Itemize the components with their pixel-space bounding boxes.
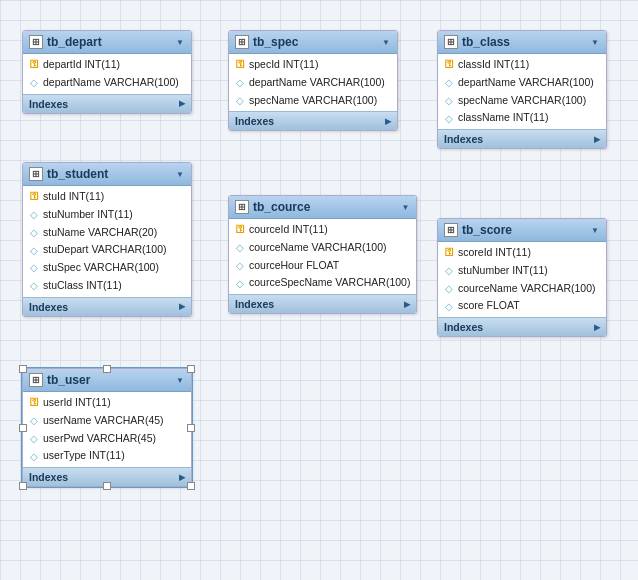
indexes-label: Indexes <box>235 298 274 310</box>
table-header-tb_cource[interactable]: ⊞tb_cource▼ <box>229 196 416 219</box>
field-row: ◇stuNumber INT(11) <box>438 262 606 280</box>
dropdown-icon[interactable]: ▼ <box>175 37 185 47</box>
resize-handle[interactable] <box>187 365 195 373</box>
resize-handle[interactable] <box>19 424 27 432</box>
field-name: courceHour FLOAT <box>249 258 339 274</box>
field-name: stuName VARCHAR(20) <box>43 225 157 241</box>
indexes-dropdown-icon[interactable]: ▶ <box>404 300 410 309</box>
diamond-symbol: ◇ <box>30 278 38 293</box>
diamond-icon: ◇ <box>235 243 245 253</box>
field-row: ◇specName VARCHAR(100) <box>229 92 397 110</box>
diamond-symbol: ◇ <box>30 431 38 446</box>
field-name: specName VARCHAR(100) <box>249 93 377 109</box>
table-icon: ⊞ <box>29 373 43 387</box>
indexes-label: Indexes <box>29 471 68 483</box>
table-header-tb_spec[interactable]: ⊞tb_spec▼ <box>229 31 397 54</box>
table-tb_score: ⊞tb_score▼⚿scoreId INT(11)◇stuNumber INT… <box>437 218 607 337</box>
resize-handle[interactable] <box>103 482 111 490</box>
table-indexes[interactable]: Indexes▶ <box>438 129 606 148</box>
dropdown-icon[interactable]: ▼ <box>590 37 600 47</box>
indexes-dropdown-icon[interactable]: ▶ <box>594 135 600 144</box>
dropdown-icon[interactable]: ▼ <box>175 169 185 179</box>
field-row: ⚿stuId INT(11) <box>23 188 191 206</box>
key-icon: ⚿ <box>444 248 454 258</box>
diamond-icon: ◇ <box>29 416 39 426</box>
diamond-icon: ◇ <box>29 451 39 461</box>
field-name: score FLOAT <box>458 298 520 314</box>
table-icon: ⊞ <box>29 35 43 49</box>
resize-handle[interactable] <box>19 365 27 373</box>
dropdown-icon[interactable]: ▼ <box>590 225 600 235</box>
resize-handle[interactable] <box>187 424 195 432</box>
table-indexes[interactable]: Indexes▶ <box>438 317 606 336</box>
table-indexes[interactable]: Indexes▶ <box>23 297 191 316</box>
diamond-symbol: ◇ <box>236 75 244 90</box>
diamond-symbol: ◇ <box>30 225 38 240</box>
resize-handle[interactable] <box>103 365 111 373</box>
field-row: ◇userPwd VARCHAR(45) <box>23 430 191 448</box>
table-tb_spec: ⊞tb_spec▼⚿specId INT(11)◇departName VARC… <box>228 30 398 131</box>
indexes-dropdown-icon[interactable]: ▶ <box>385 117 391 126</box>
key-icon: ⚿ <box>29 192 39 202</box>
table-title: tb_user <box>47 373 171 387</box>
diamond-symbol: ◇ <box>30 207 38 222</box>
field-name: stuDepart VARCHAR(100) <box>43 242 167 258</box>
resize-handle[interactable] <box>19 482 27 490</box>
field-row: ⚿scoreId INT(11) <box>438 244 606 262</box>
table-fields: ⚿stuId INT(11)◇stuNumber INT(11)◇stuName… <box>23 186 191 297</box>
indexes-dropdown-icon[interactable]: ▶ <box>179 302 185 311</box>
dropdown-icon[interactable]: ▼ <box>175 375 185 385</box>
diamond-icon: ◇ <box>444 78 454 88</box>
table-title: tb_depart <box>47 35 171 49</box>
diamond-symbol: ◇ <box>445 263 453 278</box>
table-header-tb_score[interactable]: ⊞tb_score▼ <box>438 219 606 242</box>
dropdown-icon[interactable]: ▼ <box>381 37 391 47</box>
table-fields: ⚿scoreId INT(11)◇stuNumber INT(11)◇courc… <box>438 242 606 317</box>
table-title: tb_spec <box>253 35 377 49</box>
diamond-symbol: ◇ <box>236 276 244 291</box>
indexes-dropdown-icon[interactable]: ▶ <box>179 473 185 482</box>
diamond-symbol: ◇ <box>445 75 453 90</box>
indexes-dropdown-icon[interactable]: ▶ <box>594 323 600 332</box>
field-name: stuSpec VARCHAR(100) <box>43 260 159 276</box>
table-icon: ⊞ <box>444 35 458 49</box>
resize-handle[interactable] <box>187 482 195 490</box>
field-name: userPwd VARCHAR(45) <box>43 431 156 447</box>
field-row: ◇specName VARCHAR(100) <box>438 92 606 110</box>
field-row: ⚿userId INT(11) <box>23 394 191 412</box>
table-title: tb_student <box>47 167 171 181</box>
table-icon: ⊞ <box>29 167 43 181</box>
key-icon: ⚿ <box>444 60 454 70</box>
field-name: stuClass INT(11) <box>43 278 122 294</box>
table-fields: ⚿departId INT(11)◇departName VARCHAR(100… <box>23 54 191 94</box>
field-name: courceId INT(11) <box>249 222 328 238</box>
field-row: ◇className INT(11) <box>438 109 606 127</box>
field-name: specId INT(11) <box>249 57 318 73</box>
diamond-symbol: ◇ <box>30 75 38 90</box>
key-symbol: ⚿ <box>30 396 39 410</box>
field-row: ◇courceName VARCHAR(100) <box>229 239 416 257</box>
field-name: classId INT(11) <box>458 57 529 73</box>
table-fields: ⚿specId INT(11)◇departName VARCHAR(100)◇… <box>229 54 397 111</box>
key-symbol: ⚿ <box>445 58 454 72</box>
dropdown-icon[interactable]: ▼ <box>400 202 410 212</box>
diamond-icon: ◇ <box>29 245 39 255</box>
field-name: departId INT(11) <box>43 57 120 73</box>
field-name: departName VARCHAR(100) <box>249 75 385 91</box>
table-header-tb_depart[interactable]: ⊞tb_depart▼ <box>23 31 191 54</box>
key-symbol: ⚿ <box>30 190 39 204</box>
field-name: scoreId INT(11) <box>458 245 531 261</box>
diamond-symbol: ◇ <box>236 93 244 108</box>
table-icon: ⊞ <box>235 35 249 49</box>
field-row: ◇courceHour FLOAT <box>229 257 416 275</box>
indexes-dropdown-icon[interactable]: ▶ <box>179 99 185 108</box>
table-indexes[interactable]: Indexes▶ <box>229 111 397 130</box>
table-indexes[interactable]: Indexes▶ <box>23 94 191 113</box>
field-row: ⚿specId INT(11) <box>229 56 397 74</box>
table-header-tb_class[interactable]: ⊞tb_class▼ <box>438 31 606 54</box>
indexes-label: Indexes <box>235 115 274 127</box>
table-tb_cource: ⊞tb_cource▼⚿courceId INT(11)◇courceName … <box>228 195 417 314</box>
table-header-tb_student[interactable]: ⊞tb_student▼ <box>23 163 191 186</box>
diamond-symbol: ◇ <box>445 299 453 314</box>
table-indexes[interactable]: Indexes▶ <box>229 294 416 313</box>
